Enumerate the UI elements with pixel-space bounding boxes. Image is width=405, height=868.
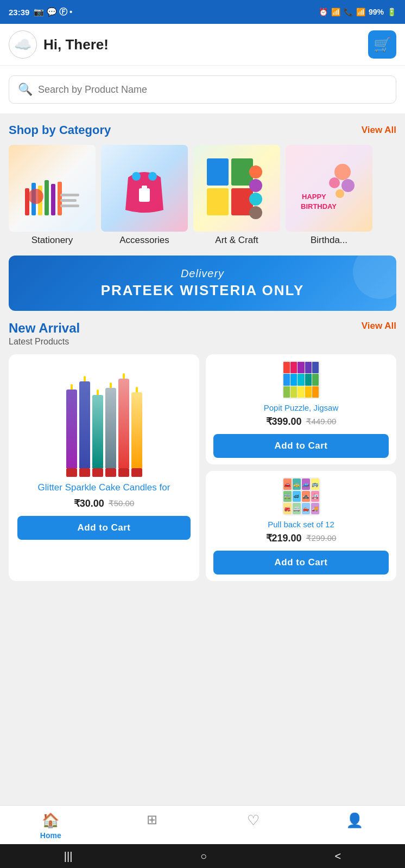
status-icons: 📷 💬 Ⓕ • <box>34 7 72 17</box>
android-back-button[interactable]: < <box>335 850 341 863</box>
svg-point-25 <box>329 177 340 188</box>
cart-button[interactable]: 🛒 <box>368 30 396 59</box>
category-label-stationery: Stationery <box>31 235 73 246</box>
category-item-accessories[interactable]: Accessories <box>101 145 188 246</box>
search-bar-container: 🔍 <box>9 75 396 104</box>
banner-title: PRATEEK WISTERIA ONLY <box>22 282 383 299</box>
time-display: 23:39 <box>9 8 29 17</box>
greeting-text: Hi, There! <box>43 36 109 53</box>
home-icon: 🏠 <box>42 812 59 829</box>
svg-text:HAPPY: HAPPY <box>302 193 326 201</box>
svg-point-20 <box>249 193 262 206</box>
svg-rect-8 <box>60 199 77 202</box>
search-icon: 🔍 <box>18 82 33 97</box>
product-card-puzzle: Popit Puzzle, Jigsaw ₹399.00 ₹449.00 Add… <box>206 354 396 464</box>
search-section: 🔍 <box>0 66 405 113</box>
status-time: 23:39 📷 💬 Ⓕ • <box>9 7 72 17</box>
svg-point-24 <box>334 164 351 180</box>
header-left: ☁️ Hi, There! <box>9 30 109 59</box>
category-img-birthday: HAPPY BIRTHDAY <box>286 145 372 232</box>
banner-subtitle: Delivery <box>22 267 383 280</box>
svg-point-27 <box>336 189 344 198</box>
app-logo: ☁️ <box>9 30 37 59</box>
svg-point-26 <box>341 179 355 192</box>
app-header: ☁️ Hi, There! 🛒 <box>0 24 405 66</box>
category-img-stationery <box>9 145 96 232</box>
nav-item-profile[interactable]: 👤 <box>304 810 406 842</box>
battery-display: 99% <box>369 8 384 16</box>
candles-pricing: ₹30.00 ₹50.00 <box>74 497 135 509</box>
pullback-name: Pull back set of 12 <box>268 520 334 529</box>
profile-icon: 👤 <box>346 812 363 829</box>
new-arrival-view-all-button[interactable]: View All <box>362 321 396 331</box>
svg-rect-4 <box>51 184 55 215</box>
status-right: ⏰ 📶 📞 📶 99% 🔋 <box>319 8 396 16</box>
svg-rect-12 <box>139 188 150 202</box>
category-label-artcraft: Art & Craft <box>215 235 258 246</box>
svg-point-11 <box>148 172 157 181</box>
pullback-pricing: ₹219.00 ₹299.00 <box>266 532 337 544</box>
category-section-header: Shop by Category View All <box>0 123 405 137</box>
category-label-accessories: Accessories <box>119 235 169 246</box>
alarm-icon: ⏰ <box>319 8 328 16</box>
svg-rect-7 <box>60 194 79 196</box>
new-arrival-titles: New Arrival Latest Products <box>9 321 80 347</box>
wifi-icon: 📶 <box>331 8 340 16</box>
svg-point-21 <box>249 206 262 219</box>
nav-item-wishlist[interactable]: ♡ <box>202 810 304 842</box>
svg-rect-13 <box>142 186 147 190</box>
categories-icon: ⊞ <box>147 812 157 827</box>
category-img-artcraft <box>193 145 280 232</box>
candles-image <box>50 363 159 482</box>
android-nav-bar: ||| ○ < <box>0 844 405 868</box>
pullback-add-to-cart-button[interactable]: Add to Cart <box>213 551 389 575</box>
svg-point-18 <box>249 165 262 178</box>
candles-price-current: ₹30.00 <box>74 497 104 509</box>
category-item-stationery[interactable]: Stationery <box>9 145 96 246</box>
category-item-artcraft[interactable]: Art & Craft <box>193 145 280 246</box>
pullback-image: 🚗 🚕 🚙 🚌 🚎 🏎 🚓 🚑 🚒 🚐 🛻 🚚 <box>282 477 320 515</box>
category-item-birthday[interactable]: HAPPY BIRTHDAY Birthda... <box>286 145 372 246</box>
puzzle-pricing: ₹399.00 ₹449.00 <box>266 416 337 427</box>
cart-icon: 🛒 <box>374 36 391 53</box>
android-menu-button[interactable]: ||| <box>64 850 73 863</box>
category-label-birthday: Birthda... <box>311 235 347 246</box>
puzzle-image <box>282 361 320 399</box>
puzzle-name: Popit Puzzle, Jigsaw <box>264 403 339 412</box>
nav-item-categories[interactable]: ⊞ <box>102 810 203 842</box>
main-content: Shop by Category View All Stati <box>0 113 405 635</box>
svg-rect-16 <box>207 188 229 215</box>
svg-rect-3 <box>45 180 49 215</box>
candles-name: Glitter Sparkle Cake Candles for <box>38 482 170 493</box>
search-input[interactable] <box>38 84 387 95</box>
pullback-price-current: ₹219.00 <box>266 532 302 544</box>
status-bar: 23:39 📷 💬 Ⓕ • ⏰ 📶 📞 📶 99% 🔋 <box>0 0 405 24</box>
svg-rect-0 <box>25 188 29 215</box>
delivery-banner: Delivery PRATEEK WISTERIA ONLY <box>9 256 396 311</box>
candles-price-original: ₹50.00 <box>109 499 135 508</box>
svg-rect-9 <box>60 205 79 207</box>
new-arrival-subtitle: Latest Products <box>9 337 80 347</box>
bottom-navigation: 🏠 Home ⊞ ♡ 👤 <box>0 805 405 844</box>
product-card-pullback: 🚗 🚕 🚙 🚌 🚎 🏎 🚓 🚑 🚒 🚐 🛻 🚚 Pull <box>206 471 396 581</box>
svg-point-19 <box>249 179 262 192</box>
category-title: Shop by Category <box>9 123 111 137</box>
svg-text:BIRTHDAY: BIRTHDAY <box>301 202 337 210</box>
new-arrival-header: New Arrival Latest Products View All <box>9 321 396 347</box>
nav-item-home[interactable]: 🏠 Home <box>0 810 102 842</box>
category-view-all-button[interactable]: View All <box>362 125 396 136</box>
android-home-button[interactable]: ○ <box>200 850 207 863</box>
svg-point-6 <box>28 189 43 204</box>
signal-icon: 📶 <box>356 8 365 16</box>
svg-rect-14 <box>207 158 229 186</box>
puzzle-price-current: ₹399.00 <box>266 416 302 427</box>
puzzle-add-to-cart-button[interactable]: Add to Cart <box>213 434 389 458</box>
candles-add-to-cart-button[interactable]: Add to Cart <box>17 516 191 540</box>
new-arrival-title: New Arrival <box>9 321 80 336</box>
wishlist-icon: ♡ <box>247 812 260 829</box>
home-label: Home <box>40 831 61 840</box>
call-icon: 📞 <box>344 8 353 16</box>
svg-rect-5 <box>58 182 62 215</box>
category-img-accessories <box>101 145 188 232</box>
product-card-candles: Glitter Sparkle Cake Candles for ₹30.00 … <box>9 354 199 581</box>
